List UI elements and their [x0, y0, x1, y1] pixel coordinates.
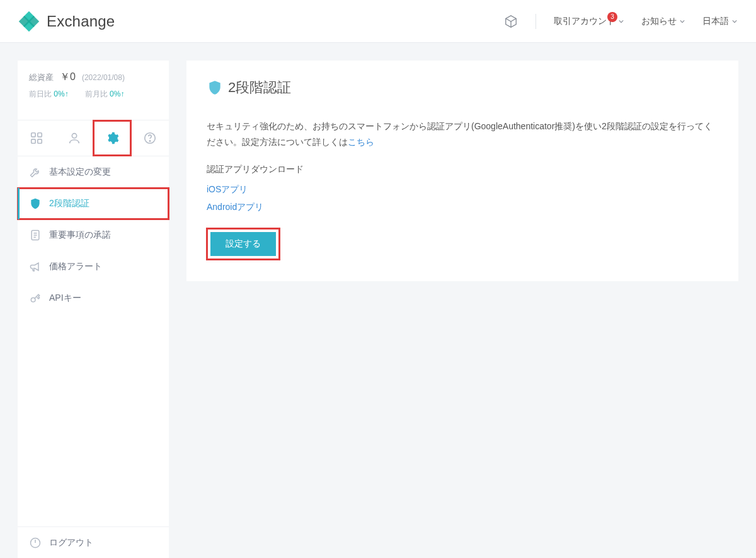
delta-day: 前日比 0%↑ — [29, 89, 69, 100]
menu-item-basic-settings[interactable]: 基本設定の変更 — [18, 156, 169, 188]
power-icon — [29, 537, 42, 549]
menu-label: 2段階認証 — [49, 198, 89, 209]
menu-label: 基本設定の変更 — [49, 166, 111, 178]
logo[interactable]: Exchange — [18, 10, 115, 33]
svg-point-10 — [149, 141, 150, 141]
svg-point-12 — [31, 298, 35, 302]
account-dropdown[interactable]: 取引アカウント 3 — [554, 16, 624, 27]
menu-item-twofa[interactable]: 2段階認証 — [18, 188, 169, 219]
logout-label: ログアウト — [49, 537, 93, 549]
header: Exchange 取引アカウント 3 お知らせ 日本語 — [0, 0, 756, 43]
svg-rect-5 — [38, 133, 42, 137]
assets-summary: 総資産 ￥0 (2022/01/08) 前日比 0%↑ 前月比 0%↑ — [18, 61, 169, 112]
svg-point-8 — [72, 134, 76, 138]
svg-rect-7 — [38, 139, 42, 143]
svg-rect-6 — [32, 139, 35, 143]
key-icon — [29, 292, 42, 305]
tab-dashboard[interactable] — [18, 120, 55, 156]
language-dropdown[interactable]: 日本語 — [702, 16, 737, 27]
header-nav: 取引アカウント 3 お知らせ 日本語 — [504, 14, 737, 29]
menu-item-price-alert[interactable]: 価格アラート — [18, 251, 169, 282]
account-label: 取引アカウント — [554, 16, 616, 27]
menu-label: 価格アラート — [49, 261, 102, 272]
menu-item-terms[interactable]: 重要事項の承諾 — [18, 219, 169, 251]
shield-icon — [29, 197, 42, 210]
tab-profile[interactable] — [55, 120, 93, 156]
learn-more-link[interactable]: こちら — [348, 137, 374, 147]
delta-month: 前月比 0%↑ — [85, 89, 125, 100]
brand-logo-icon — [18, 10, 40, 33]
language-label: 日本語 — [702, 16, 729, 27]
user-icon — [67, 131, 81, 145]
notice-dropdown[interactable]: お知らせ — [641, 16, 685, 27]
sidebar-menu: 基本設定の変更 2段階認証 重要事項の承諾 価格アラート APIキー — [18, 156, 169, 314]
assets-date: (2022/01/08) — [82, 73, 125, 82]
chevron-down-icon — [619, 19, 624, 24]
page-title-row: 2段階認証 — [207, 78, 718, 97]
tab-settings[interactable] — [93, 120, 131, 156]
ios-app-link[interactable]: iOSアプリ — [207, 180, 718, 198]
menu-label: 重要事項の承諾 — [49, 230, 111, 241]
chevron-down-icon — [680, 19, 685, 24]
gear-icon — [105, 131, 119, 145]
configure-button-wrap: 設定する — [207, 228, 280, 260]
assets-label: 総資産 — [29, 72, 54, 83]
sidebar-tabs — [18, 120, 169, 156]
shield-icon — [207, 79, 223, 96]
download-title: 認証アプリダウンロード — [207, 164, 718, 175]
android-app-link[interactable]: Androidアプリ — [207, 198, 718, 216]
logout-button[interactable]: ログアウト — [18, 526, 169, 558]
brand-name: Exchange — [47, 13, 115, 30]
document-icon — [29, 229, 42, 241]
cube-icon[interactable] — [504, 15, 518, 28]
menu-label: APIキー — [49, 293, 81, 304]
menu-item-api-key[interactable]: APIキー — [18, 282, 169, 314]
sidebar: 総資産 ￥0 (2022/01/08) 前日比 0%↑ 前月比 0%↑ — [18, 61, 169, 558]
divider — [536, 14, 536, 29]
layout: 総資産 ￥0 (2022/01/08) 前日比 0%↑ 前月比 0%↑ — [0, 43, 756, 558]
chevron-down-icon — [732, 19, 737, 24]
megaphone-icon — [29, 260, 42, 273]
tab-help[interactable] — [131, 120, 169, 156]
wrench-icon — [29, 166, 42, 178]
page-title: 2段階認証 — [228, 78, 291, 97]
svg-rect-4 — [32, 133, 35, 137]
notice-label: お知らせ — [641, 16, 677, 27]
configure-button[interactable]: 設定する — [210, 232, 276, 256]
notification-badge: 3 — [607, 12, 617, 22]
twofa-card: 2段階認証 セキュリティ強化のため、お持ちのスマートフォンから認証アプリ(Goo… — [186, 61, 738, 281]
main-content: 2段階認証 セキュリティ強化のため、お持ちのスマートフォンから認証アプリ(Goo… — [186, 61, 738, 558]
help-icon — [143, 131, 157, 145]
grid-icon — [30, 131, 43, 145]
description: セキュリティ強化のため、お持ちのスマートフォンから認証アプリ(GoogleAut… — [207, 119, 718, 150]
assets-amount: ￥0 — [60, 71, 76, 84]
